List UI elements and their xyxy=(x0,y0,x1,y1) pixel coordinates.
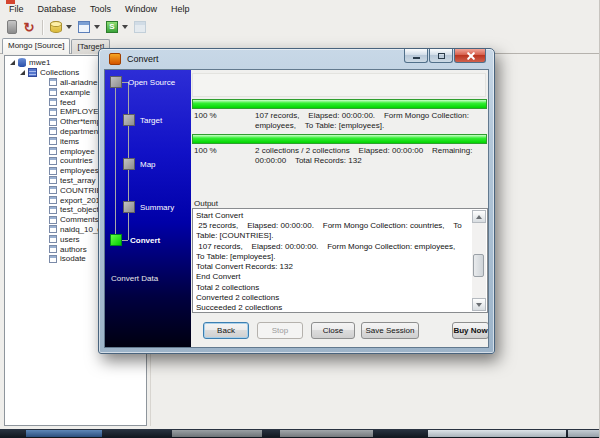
output-line: Total 2 collections xyxy=(196,283,470,293)
output-line: 107 records, Elapsed: 00:00:00. Form Mon… xyxy=(196,242,470,262)
menu-item[interactable]: Help xyxy=(164,3,197,15)
tab-mongo-source[interactable]: Mongo [Source] xyxy=(2,38,70,54)
output-line: End Convert xyxy=(196,272,470,282)
buy-now-button[interactable]: Buy Now xyxy=(452,322,489,339)
tree-item-label: Comments xyxy=(60,215,99,224)
chevron-down-icon[interactable] xyxy=(122,25,128,29)
taskbar-segment[interactable] xyxy=(568,430,600,437)
stop-button[interactable]: Stop xyxy=(257,322,303,339)
scroll-up-button[interactable] xyxy=(472,210,486,223)
collection-icon xyxy=(49,147,57,155)
tree-item-label: all-ariadne xyxy=(60,78,97,87)
back-button[interactable]: Back xyxy=(203,322,249,339)
menu-item[interactable]: Window xyxy=(118,3,164,15)
output-scrollbar[interactable] xyxy=(472,210,486,311)
collection-progress-bar xyxy=(192,99,487,109)
minimize-button[interactable] xyxy=(404,49,428,63)
expand-arrow-icon[interactable] xyxy=(10,60,15,65)
step-marker-summary xyxy=(123,201,135,213)
convert-button[interactable]: ↻ xyxy=(21,19,37,35)
taskbar-segment[interactable] xyxy=(428,430,566,437)
output-line: Converted 2 collections xyxy=(196,293,470,303)
collection-icon xyxy=(49,176,57,184)
chevron-down-icon[interactable] xyxy=(66,25,72,29)
tree-item-label: items xyxy=(60,137,79,146)
step-label-target[interactable]: Target xyxy=(140,116,162,125)
menu-item[interactable]: Tools xyxy=(83,3,118,15)
step-label-open-source[interactable]: Open Source xyxy=(128,78,175,87)
collection-icon xyxy=(49,108,57,116)
step-marker-target xyxy=(123,114,135,126)
dialog-client-area: Open Source Target Map Summary Convert C… xyxy=(104,69,489,348)
scrollbar-thumb[interactable] xyxy=(473,254,484,276)
taskbar-segment[interactable] xyxy=(280,430,373,437)
step-label-map[interactable]: Map xyxy=(140,160,156,169)
collection-icon xyxy=(49,98,57,106)
output-line: Start Convert xyxy=(196,211,470,221)
collection-progress-text: 107 records, Elapsed: 00:00:00. Form Mon… xyxy=(255,111,487,132)
collection-icon xyxy=(49,225,57,233)
tree-item-label: users xyxy=(60,235,80,244)
collection-icon xyxy=(49,137,57,145)
collection-icon xyxy=(49,255,57,263)
output-line: Succeeded 2 collections xyxy=(196,303,470,310)
output-box: Start Convert 25 records, Elapsed: 00:00… xyxy=(192,208,488,313)
step-label-summary[interactable]: Summary xyxy=(140,203,174,212)
app-window: FileDatabaseToolsWindowHelp ↻ S Mongo [S… xyxy=(0,0,600,438)
close-dialog-button[interactable]: Close xyxy=(311,322,355,339)
menu-item[interactable]: File xyxy=(2,3,31,15)
output-log: Start Convert 25 records, Elapsed: 00:00… xyxy=(196,211,470,310)
tree-item-label: feed xyxy=(60,98,76,107)
output-label: Output xyxy=(194,199,218,208)
table-button[interactable] xyxy=(132,19,148,35)
taskbar-segment[interactable] xyxy=(172,430,262,437)
collection-icon xyxy=(49,127,57,135)
collection-icon xyxy=(49,88,57,96)
query-window-icon xyxy=(78,21,90,33)
query-window-button[interactable] xyxy=(76,19,92,35)
maximize-button[interactable] xyxy=(429,49,453,63)
wizard-connector-line xyxy=(122,240,128,241)
toolbar: ↻ S xyxy=(4,17,149,37)
dialog-titlebar[interactable]: Convert xyxy=(109,53,159,65)
arrow-up-icon xyxy=(476,215,482,219)
collection-icon xyxy=(49,167,57,175)
scroll-down-button[interactable] xyxy=(472,298,486,311)
tree-item-label: test_array xyxy=(60,176,96,185)
window-controls xyxy=(403,49,486,63)
collection-icon xyxy=(49,235,57,243)
taskbar-strip[interactable] xyxy=(0,429,600,438)
maximize-icon xyxy=(438,53,445,59)
total-progress-percent: 100 % xyxy=(194,146,217,156)
sidebar-caption: Convert Data xyxy=(111,274,158,283)
save-session-button[interactable]: Save Session xyxy=(361,322,419,339)
wizard-sidebar: Open Source Target Map Summary Convert C… xyxy=(105,70,191,347)
collection-icon xyxy=(49,118,57,126)
step-marker-open-source xyxy=(110,76,122,88)
tree-item-label: employees xyxy=(60,166,99,175)
total-progress-text: 2 collections / 2 collections Elapsed: 0… xyxy=(255,146,487,167)
expand-arrow-icon[interactable] xyxy=(20,70,25,75)
disconnect-button[interactable] xyxy=(4,19,20,35)
collection-icon xyxy=(49,186,57,194)
database-node-icon xyxy=(18,58,26,67)
collection-icon xyxy=(49,206,57,214)
output-line: Total Convert Records: 132 xyxy=(196,262,470,272)
total-progress-bar xyxy=(192,134,487,144)
wizard-connector-line xyxy=(115,87,116,235)
chevron-down-icon[interactable] xyxy=(94,25,100,29)
tree-root-label: mwe1 xyxy=(29,58,50,67)
collection-icon xyxy=(49,245,57,253)
menu-item[interactable]: Database xyxy=(31,3,84,15)
convert-dialog: Convert Open Source Target Map Summary xyxy=(98,48,495,354)
disconnect-icon xyxy=(7,20,17,34)
close-button[interactable] xyxy=(454,49,486,63)
sql-button[interactable]: S xyxy=(104,19,120,35)
collection-icon xyxy=(49,216,57,224)
tree-item-label: countries xyxy=(60,156,92,165)
step-label-convert[interactable]: Convert xyxy=(130,236,160,245)
toolbar-separator xyxy=(42,20,44,35)
taskbar-segment[interactable] xyxy=(26,430,102,437)
database-button[interactable] xyxy=(48,19,64,35)
collection-progress-percent: 100 % xyxy=(194,111,217,121)
